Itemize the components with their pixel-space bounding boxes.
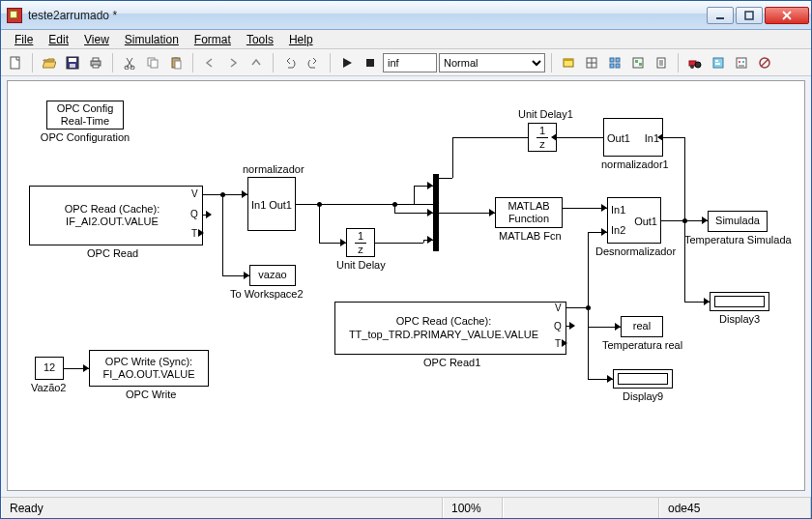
redo-button[interactable] [303, 52, 324, 73]
menubar: File Edit View Simulation Format Tools H… [1, 30, 811, 49]
label-real: Temperatura real [602, 339, 682, 351]
statusbar: Ready 100% ode45 [1, 497, 811, 518]
label-normalizador: normalizador [243, 163, 304, 175]
svg-point-46 [742, 61, 744, 63]
status-time [503, 498, 659, 518]
svg-rect-9 [93, 58, 99, 61]
new-model-button[interactable] [5, 52, 26, 73]
label-desnormalizador: Desnormalizador [595, 245, 676, 257]
status-ready: Ready [1, 498, 443, 518]
status-zoom: 100% [443, 498, 503, 518]
block-real[interactable]: real [621, 316, 663, 337]
svg-rect-21 [366, 59, 374, 67]
svg-rect-29 [610, 64, 614, 68]
titlebar[interactable]: teste2arrumado * [1, 1, 811, 30]
block-opc-read[interactable]: OPC Read (Cache):IF_AI2.OUT.VALUE [29, 186, 203, 245]
svg-point-45 [739, 61, 740, 63]
app-icon [7, 8, 22, 23]
menu-tools[interactable]: Tools [239, 31, 281, 48]
block-display9[interactable] [613, 369, 673, 389]
block-opc-read1[interactable]: OPC Read (Cache):TT_top_TRD.PRIMARY_VALU… [334, 302, 566, 355]
block-display3[interactable] [710, 292, 769, 311]
menu-file[interactable]: File [7, 31, 41, 48]
block-desnormalizador[interactable]: In1 In2 Out1 [607, 197, 661, 244]
paste-button[interactable] [165, 52, 187, 73]
signal-ranges-button[interactable] [754, 52, 775, 73]
svg-rect-27 [610, 58, 614, 62]
maximize-button[interactable] [736, 7, 763, 24]
model-browser-button[interactable] [627, 52, 649, 73]
block-normalizador[interactable]: In1 Out1 [247, 177, 296, 231]
label-to-workspace2: To Workspace2 [230, 288, 304, 300]
label-normalizador1: normalizador1 [601, 159, 669, 170]
menu-view[interactable]: View [76, 31, 117, 48]
menu-format[interactable]: Format [187, 31, 239, 48]
update-diagram-button[interactable] [581, 52, 602, 73]
library-browser-button[interactable] [684, 52, 706, 73]
label-display3: Display3 [719, 313, 760, 325]
svg-rect-16 [151, 60, 158, 68]
refresh-blocks-button[interactable] [604, 52, 625, 73]
svg-rect-1 [745, 12, 753, 19]
svg-rect-7 [70, 64, 75, 68]
app-window: teste2arrumado * File Edit View Simulati… [0, 0, 812, 519]
label-simulada: Temperatura Simulada [684, 234, 792, 245]
label-unit-delay: Unit Delay [336, 259, 386, 271]
label-opc-config: OPC Configuration [40, 131, 130, 143]
svg-rect-18 [174, 57, 178, 59]
debug-button[interactable] [651, 52, 672, 73]
svg-point-39 [695, 62, 701, 68]
build-button[interactable] [558, 52, 579, 73]
nav-back-button[interactable] [199, 52, 220, 73]
start-simulation-button[interactable] [336, 52, 358, 73]
port-data-types-button[interactable] [731, 52, 752, 73]
menu-edit[interactable]: Edit [41, 31, 76, 48]
svg-point-40 [690, 65, 694, 69]
block-matlab-fcn[interactable]: MATLABFunction [495, 197, 563, 228]
stop-simulation-button[interactable] [360, 52, 381, 73]
svg-rect-4 [11, 57, 19, 69]
minimize-button[interactable] [707, 7, 734, 24]
svg-rect-10 [93, 65, 99, 68]
block-vazao2[interactable]: 12 [35, 357, 64, 380]
cut-button[interactable] [119, 52, 140, 73]
nav-up-button[interactable] [246, 52, 267, 73]
svg-rect-33 [639, 63, 642, 66]
print-button[interactable] [85, 52, 106, 73]
open-button[interactable] [39, 52, 60, 73]
undo-button[interactable] [279, 52, 301, 73]
svg-rect-42 [715, 60, 718, 62]
model-explorer-button[interactable] [708, 52, 729, 73]
menu-simulation[interactable]: Simulation [117, 31, 187, 48]
status-solver: ode45 [659, 498, 811, 518]
model-canvas[interactable]: OPC ConfigReal-Time OPC Configuration OP… [7, 80, 805, 491]
svg-rect-43 [715, 63, 720, 65]
copy-button[interactable] [142, 52, 163, 73]
svg-line-49 [761, 59, 768, 67]
close-button[interactable] [765, 7, 809, 24]
label-vazao2: Vazão2 [31, 382, 67, 393]
menu-help[interactable]: Help [281, 31, 321, 48]
block-normalizador1[interactable]: Out1 In1 [603, 118, 663, 157]
block-unit-delay[interactable]: 1z [346, 228, 375, 257]
svg-rect-30 [616, 64, 620, 68]
label-opc-write: OPC Write [126, 389, 176, 400]
label-matlab-fcn: MATLAB Fcn [499, 230, 562, 242]
label-unit-delay1: Unit Delay1 [518, 108, 573, 120]
block-opc-write[interactable]: OPC Write (Sync):FI_AO.OUT.VALUE [89, 350, 209, 387]
block-simulada[interactable]: Simulada [708, 211, 768, 232]
block-opc-config[interactable]: OPC ConfigReal-Time [46, 101, 124, 130]
svg-rect-32 [635, 60, 638, 63]
block-to-workspace2[interactable]: vazao [249, 265, 296, 286]
nav-forward-button[interactable] [222, 52, 244, 73]
simulation-mode-select[interactable]: Normal [439, 53, 545, 72]
svg-rect-23 [564, 59, 573, 61]
window-title: teste2arrumado * [28, 9, 707, 22]
toolbar: Normal [1, 49, 811, 76]
label-display9: Display9 [623, 390, 663, 402]
stop-time-input[interactable] [383, 53, 437, 72]
label-opc-read1: OPC Read1 [423, 357, 480, 368]
label-opc-read: OPC Read [87, 247, 138, 259]
svg-rect-19 [175, 61, 181, 69]
save-button[interactable] [62, 52, 83, 73]
